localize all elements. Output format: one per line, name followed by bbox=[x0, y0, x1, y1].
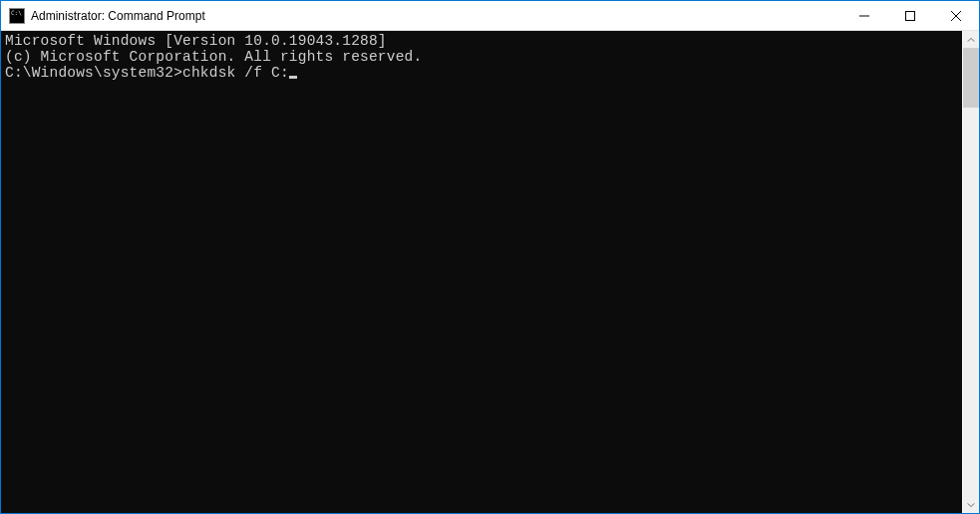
terminal-prompt-line: C:\Windows\system32>chkdsk /f C: bbox=[5, 65, 958, 81]
close-button[interactable] bbox=[933, 1, 979, 30]
client-area: Microsoft Windows [Version 10.0.19043.12… bbox=[1, 31, 979, 513]
scrollbar-track[interactable] bbox=[963, 48, 979, 496]
scroll-up-button[interactable] bbox=[963, 31, 979, 48]
terminal-line: Microsoft Windows [Version 10.0.19043.12… bbox=[5, 33, 958, 49]
terminal-line: (c) Microsoft Corporation. All rights re… bbox=[5, 49, 958, 65]
terminal-cursor bbox=[289, 76, 297, 79]
minimize-button[interactable] bbox=[841, 1, 887, 30]
svg-rect-1 bbox=[906, 11, 915, 20]
terminal-command: chkdsk /f C: bbox=[182, 65, 289, 81]
titlebar[interactable]: Administrator: Command Prompt bbox=[1, 1, 979, 31]
window-title: Administrator: Command Prompt bbox=[31, 9, 841, 23]
chevron-up-icon bbox=[967, 36, 975, 44]
chevron-down-icon bbox=[967, 501, 975, 509]
maximize-icon bbox=[905, 11, 915, 21]
terminal-prompt: C:\Windows\system32> bbox=[5, 65, 182, 81]
command-prompt-window: Administrator: Command Prompt Microsoft … bbox=[0, 0, 980, 514]
window-controls bbox=[841, 1, 979, 30]
vertical-scrollbar[interactable] bbox=[962, 31, 979, 513]
close-icon bbox=[951, 11, 961, 21]
maximize-button[interactable] bbox=[887, 1, 933, 30]
cmd-icon bbox=[9, 8, 25, 24]
scrollbar-thumb[interactable] bbox=[963, 48, 979, 108]
minimize-icon bbox=[859, 11, 869, 21]
terminal-output[interactable]: Microsoft Windows [Version 10.0.19043.12… bbox=[1, 31, 962, 513]
scroll-down-button[interactable] bbox=[963, 496, 979, 513]
